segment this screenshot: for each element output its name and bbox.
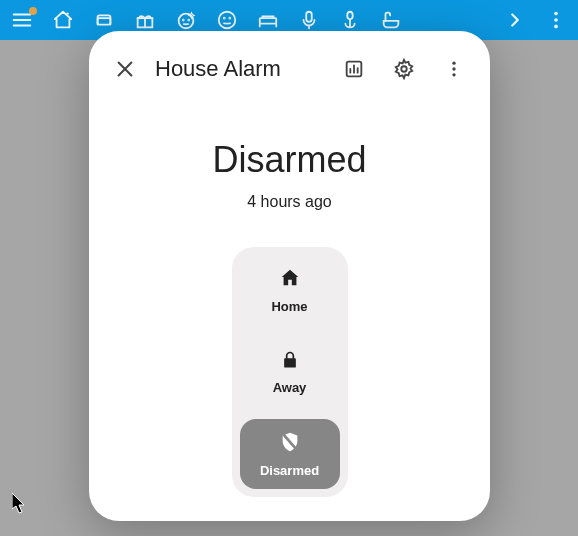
settings-button[interactable] — [384, 49, 424, 89]
house-icon — [279, 267, 301, 293]
history-button[interactable] — [334, 49, 374, 89]
lock-icon — [280, 350, 300, 374]
more-button[interactable] — [434, 49, 474, 89]
mouse-cursor — [12, 493, 28, 519]
dialog-title: House Alarm — [155, 56, 281, 82]
shield-off-icon — [279, 431, 301, 457]
svg-point-25 — [401, 66, 407, 72]
dialog-header: House Alarm — [89, 31, 490, 99]
status-area: Disarmed 4 hours ago — [89, 99, 490, 211]
status-value: Disarmed — [89, 139, 490, 181]
close-button[interactable] — [105, 49, 145, 89]
option-label: Disarmed — [260, 463, 319, 478]
option-disarmed[interactable]: Disarmed — [240, 419, 340, 489]
svg-point-27 — [452, 67, 455, 70]
option-label: Home — [271, 299, 307, 314]
svg-point-28 — [452, 73, 455, 76]
svg-point-26 — [452, 62, 455, 65]
option-label: Away — [273, 380, 307, 395]
house-alarm-dialog: House Alarm Disarmed 4 hours ago Home — [89, 31, 490, 521]
alarm-options: Home Away Disarmed — [232, 247, 348, 497]
dialog-overlay: House Alarm Disarmed 4 hours ago Home — [0, 0, 578, 536]
status-time: 4 hours ago — [89, 193, 490, 211]
option-home[interactable]: Home — [240, 255, 340, 325]
option-away[interactable]: Away — [240, 337, 340, 407]
